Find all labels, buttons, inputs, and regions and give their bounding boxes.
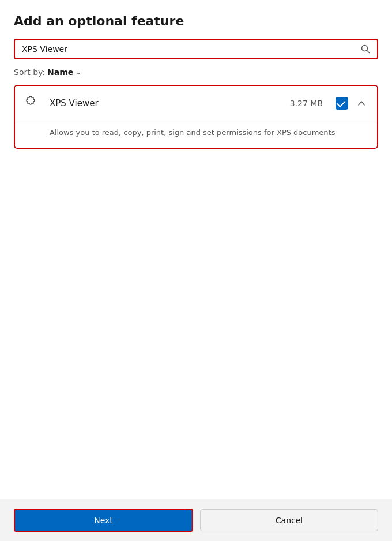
sort-label: Sort by: xyxy=(14,67,45,77)
sort-value: Name xyxy=(47,67,73,77)
feature-card: XPS Viewer 3.27 MB Allows you to read, c… xyxy=(14,85,378,149)
svg-line-1 xyxy=(367,51,370,53)
search-input[interactable] xyxy=(15,40,354,58)
page-title: Add an optional feature xyxy=(14,14,378,28)
sort-chevron-icon: ⌄ xyxy=(76,68,81,76)
feature-checkbox[interactable] xyxy=(336,97,348,110)
search-icon xyxy=(361,44,370,54)
sort-dropdown[interactable]: Name ⌄ xyxy=(47,67,81,77)
search-button[interactable] xyxy=(354,40,377,58)
search-container xyxy=(14,39,378,59)
feature-row: XPS Viewer 3.27 MB xyxy=(15,86,377,121)
puzzle-icon xyxy=(25,95,42,111)
chevron-up-icon xyxy=(357,99,365,107)
footer: Next Cancel xyxy=(0,499,392,541)
next-button[interactable]: Next xyxy=(14,509,193,532)
feature-size: 3.27 MB xyxy=(290,99,323,108)
feature-description: Allows you to read, copy, print, sign an… xyxy=(15,121,377,148)
cancel-button[interactable]: Cancel xyxy=(200,509,378,531)
feature-icon xyxy=(24,94,43,112)
sort-row: Sort by: Name ⌄ xyxy=(14,67,378,77)
expand-button[interactable] xyxy=(355,97,368,110)
feature-name: XPS Viewer xyxy=(50,98,283,108)
